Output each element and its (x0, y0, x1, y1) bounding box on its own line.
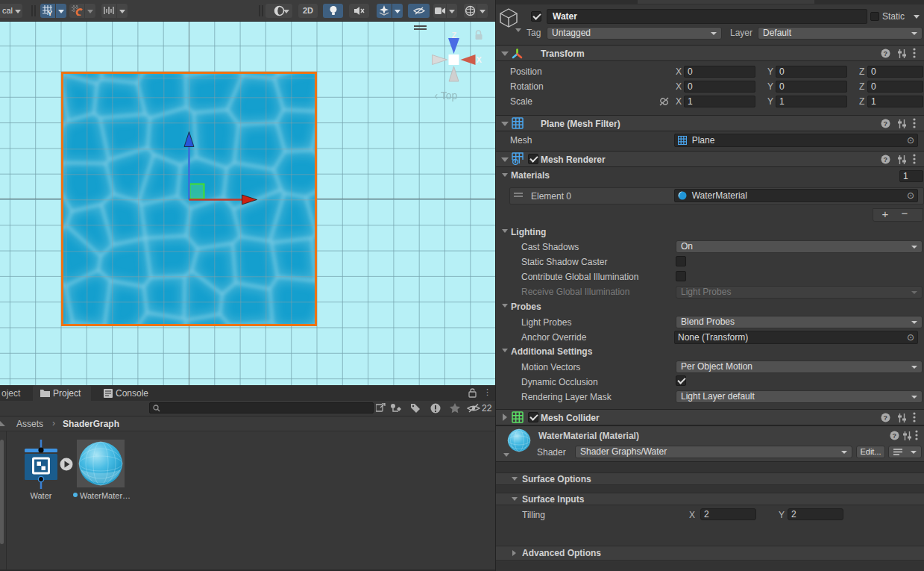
svg-text:?: ? (884, 50, 888, 57)
svg-text:X: X (477, 55, 483, 64)
svg-text:?: ? (893, 432, 897, 440)
svg-text:?: ? (884, 156, 888, 163)
svg-text:?: ? (884, 120, 888, 128)
svg-text:‹ Top: ‹ Top (435, 90, 458, 102)
svg-text:Y: Y (48, 10, 52, 16)
svg-text:?: ? (884, 414, 888, 422)
